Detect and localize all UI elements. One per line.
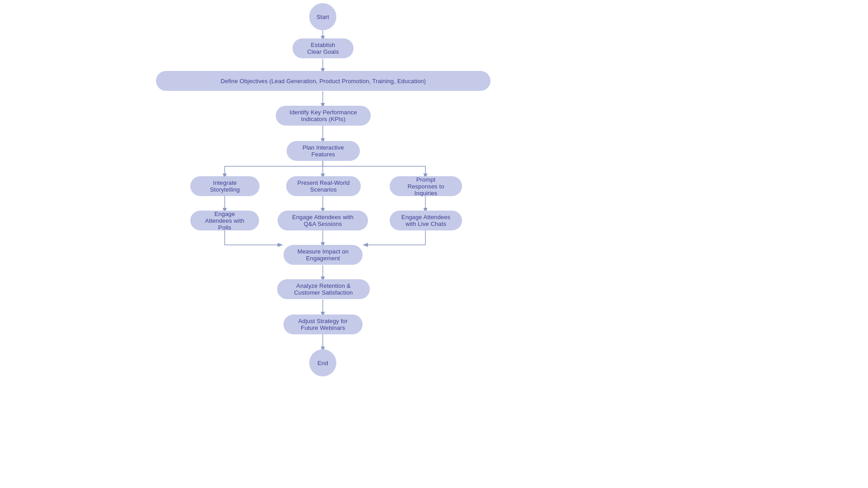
node-realworld: Present Real-World Scenarios (286, 176, 361, 196)
node-qa: Engage Attendees with Q&A Sessions (278, 211, 368, 230)
node-measure: Measure Impact on Engagement (283, 245, 363, 265)
node-plan: Plan Interactive Features (287, 141, 360, 161)
node-establish: Establish Clear Goals (292, 38, 354, 58)
node-end: End (309, 349, 336, 376)
node-prompt: Prompt Responses to Inquiries (390, 176, 462, 196)
node-storytelling: Integrate Storytelling (190, 176, 259, 196)
node-analyze: Analyze Retention & Customer Satisfactio… (277, 279, 370, 299)
node-adjust: Adjust Strategy for Future Webinars (283, 314, 363, 334)
flowchart-container: Start Establish Clear Goals Define Objec… (0, 0, 868, 488)
node-identify: Identify Key Performance Indicators (KPI… (276, 106, 371, 126)
node-start: Start (309, 3, 336, 30)
node-define: Define Objectives (Lead Generation, Prod… (156, 71, 491, 91)
node-polls: Engage Attendees with Polls (190, 211, 259, 230)
node-livechats: Engage Attendees with Live Chats (390, 211, 462, 230)
